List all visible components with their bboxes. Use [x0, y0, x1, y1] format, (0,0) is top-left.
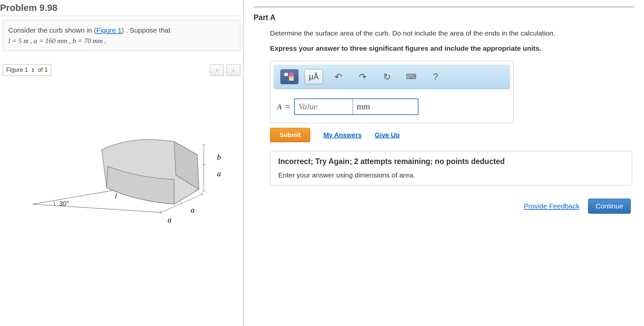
equals-sign: =	[286, 102, 290, 111]
figure-link[interactable]: Figure 1	[96, 26, 121, 34]
units-tool[interactable]: μÅ	[305, 69, 323, 84]
problem-params: l = 5 m , a = 160 mm , b = 70 mm .	[8, 37, 106, 45]
next-figure-button[interactable]: ›	[227, 65, 240, 76]
figure-selector[interactable]: Figure 1 ▲▼ of 1	[3, 64, 51, 76]
length-label: l	[115, 192, 117, 200]
svg-rect-11	[289, 73, 294, 76]
keyboard-icon[interactable]: ⌨	[402, 69, 420, 84]
figure-bar: Figure 1 ▲▼ of 1 ‹ ›	[3, 64, 240, 76]
answer-box: μÅ ↶ ↷ ↻ ⌨ ? A =	[270, 61, 514, 123]
my-answers-link[interactable]: My Answers	[323, 131, 362, 139]
svg-line-9	[201, 193, 203, 196]
footer-actions: Provide Feedback Continue	[270, 199, 634, 214]
dim-a3: a	[191, 205, 195, 214]
units-input[interactable]	[353, 98, 418, 115]
give-up-link[interactable]: Give Up	[375, 131, 400, 139]
svg-line-1	[33, 204, 161, 212]
problem-statement: Consider the curb shown in (Figure 1) . …	[3, 20, 240, 51]
svg-rect-12	[289, 77, 294, 81]
help-icon[interactable]: ?	[426, 69, 445, 84]
part-a-question: Determine the surface area of the curb. …	[270, 29, 634, 37]
reset-icon[interactable]: ↻	[378, 69, 396, 84]
answer-input-row: A =	[270, 93, 513, 123]
dim-a1: a	[217, 169, 221, 178]
submit-button[interactable]: Submit	[270, 128, 310, 142]
continue-button[interactable]: Continue	[588, 199, 631, 214]
answer-variable: A	[277, 102, 282, 111]
right-panel: Part A Determine the surface area of the…	[244, 0, 644, 326]
submit-row: Submit My Answers Give Up	[270, 128, 634, 142]
redo-icon[interactable]: ↷	[353, 69, 372, 84]
figure-label: Figure 1	[6, 67, 28, 73]
fraction-tool-icon[interactable]	[280, 69, 299, 84]
angle-label: 30°	[59, 200, 69, 207]
svg-rect-10	[284, 73, 288, 76]
feedback-message: Enter your answer using dimensions of ar…	[278, 171, 624, 179]
prompt-post: ) . Suppose that	[121, 26, 170, 34]
part-a-instruction: Express your answer to three significant…	[270, 44, 634, 52]
provide-feedback-link[interactable]: Provide Feedback	[524, 202, 579, 210]
dim-a2: a	[168, 215, 172, 224]
part-a-title: Part A	[254, 13, 634, 22]
undo-icon[interactable]: ↶	[329, 69, 347, 84]
stepper-icon[interactable]: ▲▼	[31, 68, 35, 73]
dim-b: b	[217, 153, 221, 161]
figure-image: 30° l b a a a	[19, 95, 224, 227]
prompt-pre: Consider the curb shown in (	[8, 26, 96, 34]
value-input[interactable]	[294, 98, 353, 115]
figure-of: of 1	[38, 67, 48, 73]
answer-toolbar: μÅ ↶ ↷ ↻ ⌨ ?	[274, 65, 510, 89]
feedback-title: Incorrect; Try Again; 2 attempts remaini…	[278, 157, 624, 166]
feedback-box: Incorrect; Try Again; 2 attempts remaini…	[270, 151, 632, 185]
left-panel: Problem 9.98 Consider the curb shown in …	[0, 0, 244, 326]
problem-title: Problem 9.98	[0, 0, 243, 16]
part-a: Part A Determine the surface area of the…	[254, 7, 634, 214]
prev-figure-button[interactable]: ‹	[210, 65, 224, 76]
